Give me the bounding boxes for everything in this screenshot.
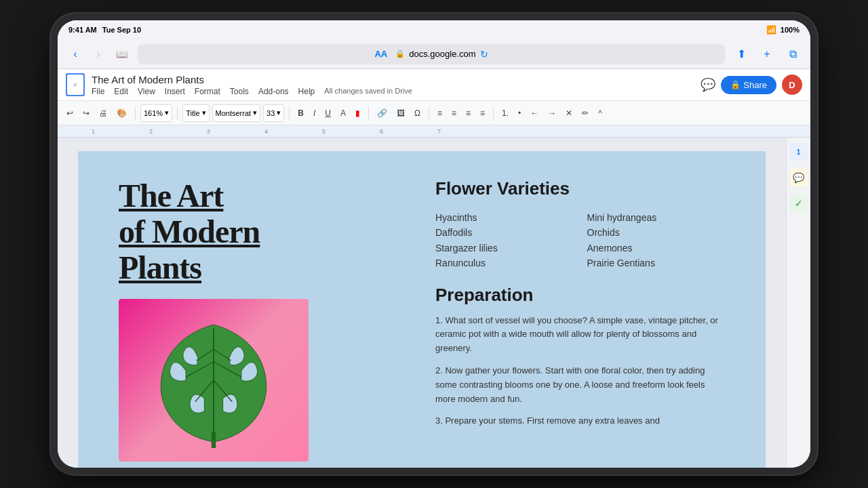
- menu-insert[interactable]: Insert: [165, 87, 185, 96]
- style-chevron: ▾: [202, 108, 206, 117]
- ipad-screen: 9:41 AM Tue Sep 10 📶 100% ‹ › 📖: [58, 20, 810, 468]
- sidebar-page-icon[interactable]: 1: [790, 143, 808, 161]
- comment-button[interactable]: 💬: [701, 77, 715, 92]
- browser-nav: ‹ › 📖: [66, 45, 131, 64]
- zoom-select[interactable]: 161% ▾: [140, 104, 172, 122]
- indent-decrease-button[interactable]: ←: [527, 104, 542, 122]
- text-color-button[interactable]: A: [337, 104, 349, 122]
- indent-increase-button[interactable]: →: [545, 104, 559, 122]
- style-select[interactable]: Title ▾: [182, 104, 209, 122]
- align-left-button[interactable]: ≡: [434, 104, 446, 122]
- docs-menu: File Edit View Insert Format Tools Add-o…: [92, 87, 694, 96]
- menu-tools[interactable]: Tools: [230, 87, 249, 96]
- share-action-button[interactable]: ⬆: [732, 45, 751, 64]
- preparation-heading: Preparation: [435, 285, 725, 306]
- back-icon: ‹: [73, 48, 77, 60]
- underline-button[interactable]: U: [321, 104, 334, 122]
- sidebar-check-icon[interactable]: ✓: [790, 195, 808, 212]
- separator-5: [429, 106, 429, 120]
- flower-item-6: Orchids: [587, 225, 726, 240]
- comment-icon: 💬: [793, 172, 804, 183]
- bookmarks-button[interactable]: 📖: [112, 45, 131, 64]
- title-line1: The Art: [119, 178, 223, 214]
- menu-addons[interactable]: Add-ons: [258, 87, 289, 96]
- link-button[interactable]: 🔗: [374, 104, 391, 122]
- separator-3: [289, 106, 290, 120]
- new-tab-button[interactable]: +: [757, 45, 776, 64]
- print-button[interactable]: 🖨: [96, 104, 111, 122]
- bullet-list-button[interactable]: •: [515, 104, 524, 122]
- separator-1: [135, 106, 136, 120]
- redo-button[interactable]: ↪: [79, 104, 93, 122]
- right-sidebar: 1 💬 ✓: [786, 138, 810, 468]
- avatar[interactable]: D: [782, 75, 802, 95]
- flower-item-1: Hyacinths: [435, 210, 574, 225]
- document-page: The Art of Modern Plants: [78, 151, 766, 468]
- share-icon: 🔒: [730, 80, 741, 89]
- italic-button[interactable]: I: [310, 104, 319, 122]
- numbered-list-button[interactable]: 1.: [498, 104, 512, 122]
- flower-item-8: Prairie Gentians: [587, 256, 726, 270]
- prep-para-2: 2. Now gather your flowers. Start with o…: [435, 364, 725, 406]
- highlight-button[interactable]: ▮: [352, 104, 363, 122]
- tabs-button[interactable]: ⧉: [783, 45, 802, 64]
- status-left: 9:41 AM Tue Sep 10: [68, 26, 141, 34]
- plant-image: [119, 299, 309, 462]
- font-value: Montserrat: [216, 109, 252, 117]
- fontsize-select[interactable]: 33 ▾: [263, 104, 284, 122]
- more-options-button[interactable]: ✏: [578, 104, 592, 122]
- aa-text[interactable]: AA: [374, 49, 387, 59]
- saved-text: All changes saved in Drive: [324, 87, 412, 96]
- clear-format-button[interactable]: ✕: [562, 104, 576, 122]
- fontsize-value: 33: [267, 109, 275, 117]
- browser-actions: ⬆ + ⧉: [732, 45, 802, 64]
- bookmarks-icon: 📖: [116, 49, 127, 60]
- wifi-icon: 📶: [766, 25, 776, 35]
- address-bar[interactable]: AA 🔒 docs.google.com ↻: [138, 44, 725, 64]
- forward-button[interactable]: ›: [89, 45, 108, 64]
- bold-button[interactable]: B: [294, 104, 307, 122]
- menu-edit[interactable]: Edit: [114, 87, 128, 96]
- collapse-toolbar-button[interactable]: ^: [595, 104, 606, 122]
- flower-item-2: Daffodils: [435, 225, 574, 240]
- menu-view[interactable]: View: [138, 87, 155, 96]
- paint-format-button[interactable]: 🎨: [113, 104, 130, 122]
- sidebar-comment-icon[interactable]: 💬: [790, 169, 808, 186]
- share-button[interactable]: 🔒 Share: [721, 76, 776, 94]
- url-text[interactable]: docs.google.com: [409, 49, 475, 59]
- align-center-button[interactable]: ≡: [448, 104, 460, 122]
- undo-button[interactable]: ↩: [63, 104, 77, 122]
- status-right: 📶 100%: [766, 25, 800, 35]
- formatting-toolbar: ↩ ↪ 🖨 🎨 161% ▾ Title ▾ Montserrat ▾: [58, 101, 810, 125]
- zoom-value: 161%: [144, 109, 163, 117]
- align-right-button[interactable]: ≡: [462, 104, 474, 122]
- share-label: Share: [743, 80, 767, 90]
- image-button[interactable]: 🖼: [393, 104, 408, 122]
- special-chars-button[interactable]: Ω: [411, 104, 424, 122]
- check-icon: ✓: [795, 198, 803, 209]
- flower-varieties-section: Flower Varieties Hyacinths Daffodils Sta…: [435, 178, 725, 271]
- reload-button[interactable]: ↻: [480, 49, 488, 60]
- doc-file-title[interactable]: The Art of Modern Plants: [92, 74, 694, 85]
- prep-para-3: 3. Prepare your stems. First remove any …: [435, 414, 725, 428]
- zoom-chevron: ▾: [165, 108, 169, 117]
- align-justify-button[interactable]: ≡: [477, 104, 488, 122]
- doc-left-column: The Art of Modern Plants: [119, 178, 408, 468]
- status-bar: 9:41 AM Tue Sep 10 📶 100%: [58, 20, 810, 39]
- menu-format[interactable]: Format: [195, 87, 220, 96]
- preparation-section: Preparation 1. What sort of vessel will …: [435, 285, 725, 437]
- font-chevron: ▾: [253, 108, 257, 117]
- back-button[interactable]: ‹: [66, 45, 85, 64]
- forward-icon: ›: [96, 48, 100, 60]
- content-area: The Art of Modern Plants: [58, 138, 810, 468]
- menu-help[interactable]: Help: [298, 87, 315, 96]
- font-select[interactable]: Montserrat ▾: [212, 104, 261, 122]
- lock-icon: 🔒: [395, 49, 405, 58]
- flower-col1: Hyacinths Daffodils Stargazer lilies Ran…: [435, 210, 574, 271]
- docs-header-actions: 💬 🔒 Share D: [701, 75, 802, 95]
- document-scroll[interactable]: The Art of Modern Plants: [58, 138, 786, 468]
- flower-item-4: Ranunculus: [435, 256, 574, 270]
- docs-logo: ≡: [66, 73, 85, 96]
- separator-2: [177, 106, 178, 120]
- menu-file[interactable]: File: [92, 87, 104, 96]
